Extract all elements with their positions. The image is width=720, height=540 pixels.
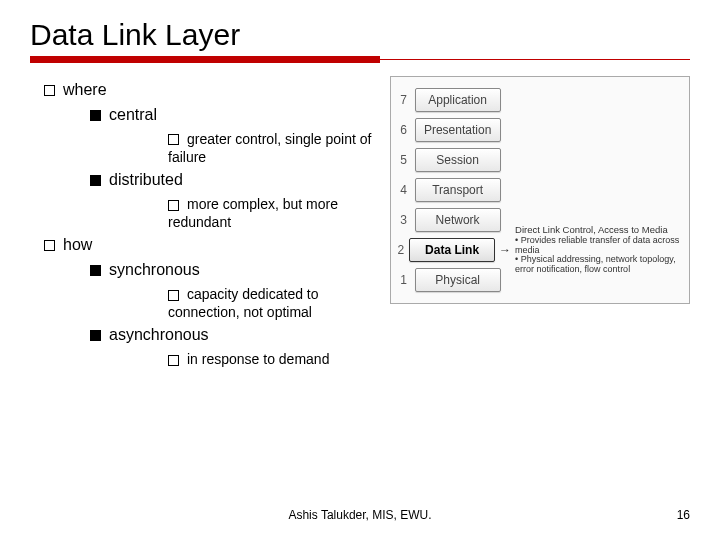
open-square-icon [168,355,179,366]
item-asynchronous-note: in response to demand [90,350,380,368]
open-square-icon [168,134,179,145]
bullet-content: where central greater control, single po… [30,76,380,372]
page-number: 16 [677,508,690,522]
item-synchronous: synchronous capacity dedicated to connec… [44,260,380,321]
osi-diagram: 7Application 6Presentation 5Session 4Tra… [390,76,690,304]
open-square-icon [168,290,179,301]
solid-square-icon [90,175,101,186]
item-synchronous-note: capacity dedicated to connection, not op… [90,285,380,321]
arrow-right-icon: → [499,243,511,257]
layer-presentation: Presentation [415,118,501,142]
slide-title: Data Link Layer [30,18,690,52]
item-distributed: distributed more complex, but more redun… [44,170,380,231]
item-asynchronous: asynchronous in response to demand [44,325,380,368]
item-distributed-note: more complex, but more redundant [90,195,380,231]
title-underline [30,56,690,64]
open-square-icon [44,85,55,96]
layer-network: Network [415,208,501,232]
datalink-callout: Direct Link Control, Access to Media • P… [515,225,683,275]
solid-square-icon [90,265,101,276]
footer-text: Ashis Talukder, MIS, EWU. [0,508,720,522]
item-how: how synchronous capacity dedicated to co… [30,235,380,368]
open-square-icon [168,200,179,211]
layer-transport: Transport [415,178,501,202]
open-square-icon [44,240,55,251]
layer-session: Session [415,148,501,172]
item-where: where central greater control, single po… [30,80,380,231]
solid-square-icon [90,330,101,341]
item-central: central greater control, single point of… [44,105,380,166]
item-central-note: greater control, single point of failure [90,130,380,166]
solid-square-icon [90,110,101,121]
layer-application: Application [415,88,501,112]
layer-datalink: Data Link [409,238,495,262]
layer-physical: Physical [415,268,501,292]
